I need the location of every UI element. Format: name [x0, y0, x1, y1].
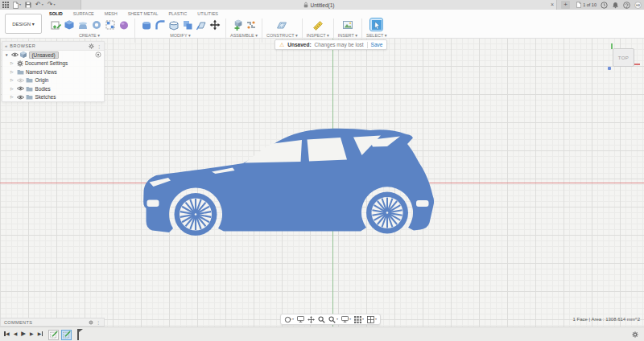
revolve-button[interactable]: [76, 18, 89, 31]
ribbon-tab-row: SOLID SURFACE MESH SHEET METAL PLASTIC U…: [46, 10, 390, 17]
shell-button[interactable]: [167, 18, 180, 31]
combine-button[interactable]: [181, 18, 193, 31]
tab-sheet-metal[interactable]: SHEET METAL: [128, 11, 159, 16]
visibility-eye-icon[interactable]: [17, 86, 24, 91]
insert-canvas-button[interactable]: [341, 18, 353, 31]
notifications-bell-icon[interactable]: [612, 2, 619, 9]
joint-button[interactable]: [245, 18, 257, 31]
tab-plastic[interactable]: PLASTIC: [168, 11, 187, 16]
browser-title: BROWSER: [10, 43, 86, 48]
grid-snaps-button[interactable]: ▾: [354, 316, 364, 323]
timeline-step-back-button[interactable]: ◀: [14, 331, 18, 336]
data-panel-icon[interactable]: [2, 2, 9, 8]
car-sketch-profile[interactable]: [142, 127, 438, 241]
browser-settings-gear-icon[interactable]: [89, 43, 94, 49]
orbit-button[interactable]: ▾: [284, 316, 294, 323]
offset-face-button[interactable]: [195, 18, 207, 31]
display-settings-button[interactable]: ▾: [341, 316, 351, 323]
collapse-triangle-icon[interactable]: ▷: [10, 61, 14, 65]
tab-utilities[interactable]: UTILITIES: [197, 11, 218, 16]
tab-close-button[interactable]: ×: [551, 0, 554, 10]
timeline-feature-sketch1[interactable]: [48, 330, 59, 340]
collapse-triangle-icon[interactable]: ▷: [10, 70, 14, 74]
file-menu-button[interactable]: ▾: [13, 2, 21, 9]
panel-select: SELECT ▾: [364, 17, 390, 38]
panel-construct-label[interactable]: CONSTRUCT ▾: [266, 33, 298, 38]
fit-button[interactable]: ▾: [328, 316, 338, 323]
shell-icon: [168, 19, 180, 31]
pan-button[interactable]: [308, 316, 315, 323]
browser-item-document-settings[interactable]: ▷ Document Settings: [2, 60, 104, 68]
panel-inspect-label[interactable]: INSPECT ▾: [307, 33, 329, 38]
browser-root-row[interactable]: ▼ (Unsaved): [2, 51, 104, 60]
job-status-icon[interactable]: [601, 2, 608, 9]
timeline-skip-start-button[interactable]: ◀: [4, 331, 10, 336]
sweep-button[interactable]: [90, 18, 102, 31]
redo-button[interactable]: ↷▾: [47, 2, 56, 8]
timeline-step-forward-button[interactable]: ▶: [30, 331, 34, 336]
workspace-selector-design[interactable]: DESIGN ▾: [5, 14, 42, 34]
folder-icon: [26, 94, 33, 100]
measure-button[interactable]: [312, 18, 324, 31]
panel-select-label[interactable]: SELECT ▾: [366, 33, 387, 38]
fillet-icon: [155, 19, 166, 31]
comments-overflow-icon[interactable]: ⋮: [96, 319, 101, 325]
new-tab-button[interactable]: +: [561, 1, 570, 9]
help-icon[interactable]: [623, 2, 630, 9]
new-component-button[interactable]: [231, 18, 243, 31]
timeline-play-button[interactable]: ▶: [21, 331, 26, 337]
browser-item-sketches[interactable]: ▷ Sketches: [2, 93, 104, 102]
select-button[interactable]: [370, 18, 382, 31]
create-sketch-icon: [50, 19, 61, 31]
visibility-eye-icon[interactable]: [11, 52, 19, 57]
create-sketch-button[interactable]: [49, 18, 61, 31]
timeline-skip-end-button[interactable]: ▶: [38, 331, 43, 336]
extrude-button[interactable]: [63, 18, 75, 31]
move-copy-button[interactable]: [208, 18, 221, 31]
create-form-button[interactable]: [118, 18, 130, 31]
pattern-button[interactable]: [104, 18, 116, 31]
visibility-eye-off-icon[interactable]: [17, 78, 24, 83]
undo-button[interactable]: ↶▾: [35, 2, 43, 8]
document-tab[interactable]: Untitled(1) ×: [80, 0, 557, 10]
avatar[interactable]: HB: [634, 2, 642, 9]
save-link[interactable]: Save: [371, 42, 383, 47]
comments-gear-icon[interactable]: [89, 320, 93, 325]
construct-plane-button[interactable]: [276, 18, 288, 31]
document-quota-indicator[interactable]: 1 of 10: [576, 2, 597, 8]
root-document-label[interactable]: (Unsaved): [29, 51, 59, 59]
panel-create-label[interactable]: CREATE ▾: [79, 33, 100, 38]
timeline-settings-gear-icon[interactable]: [632, 331, 638, 338]
collapse-triangle-icon[interactable]: ▷: [10, 78, 14, 82]
browser-item-bodies[interactable]: ▷ Bodies: [2, 84, 104, 93]
collapse-triangle-icon[interactable]: ▷: [10, 87, 14, 91]
panel-assemble-label[interactable]: ASSEMBLE ▾: [230, 33, 258, 38]
press-pull-button[interactable]: [140, 18, 152, 31]
browser-item-named-views[interactable]: ▷ Named Views: [2, 68, 104, 76]
browser-collapse-icon[interactable]: «: [5, 43, 7, 48]
viewports-button[interactable]: ▾: [367, 316, 377, 323]
activate-radio-icon[interactable]: [95, 51, 101, 58]
look-at-button[interactable]: [297, 316, 304, 323]
panel-insert-label[interactable]: INSERT ▾: [338, 33, 357, 38]
expand-triangle-icon[interactable]: ▼: [5, 53, 9, 57]
comments-bar[interactable]: COMMENTS ⋮: [0, 318, 105, 327]
tab-mesh[interactable]: MESH: [105, 11, 118, 16]
viewcube[interactable]: TOP: [609, 46, 638, 70]
tab-surface[interactable]: SURFACE: [73, 11, 94, 16]
visibility-eye-icon[interactable]: [17, 95, 24, 100]
browser-item-origin[interactable]: ▷ Origin: [2, 76, 104, 85]
browser-overflow-icon[interactable]: ⋮: [97, 43, 101, 49]
save-button[interactable]: [25, 2, 31, 8]
zoom-button[interactable]: [318, 316, 325, 323]
fillet-button[interactable]: [154, 18, 166, 31]
collapse-triangle-icon[interactable]: ▷: [10, 95, 14, 99]
panel-modify-label[interactable]: MODIFY ▾: [170, 33, 191, 38]
revolve-icon: [77, 19, 89, 31]
viewcube-face-top[interactable]: TOP: [613, 48, 634, 67]
timeline-position-marker[interactable]: [77, 329, 79, 340]
car-rear-window: [308, 138, 348, 162]
timeline-feature-sketch2[interactable]: [61, 330, 72, 340]
tab-solid[interactable]: SOLID: [49, 11, 63, 16]
unsaved-warning-bar: ⚠ Unsaved: Changes may be lost Save: [275, 39, 387, 50]
